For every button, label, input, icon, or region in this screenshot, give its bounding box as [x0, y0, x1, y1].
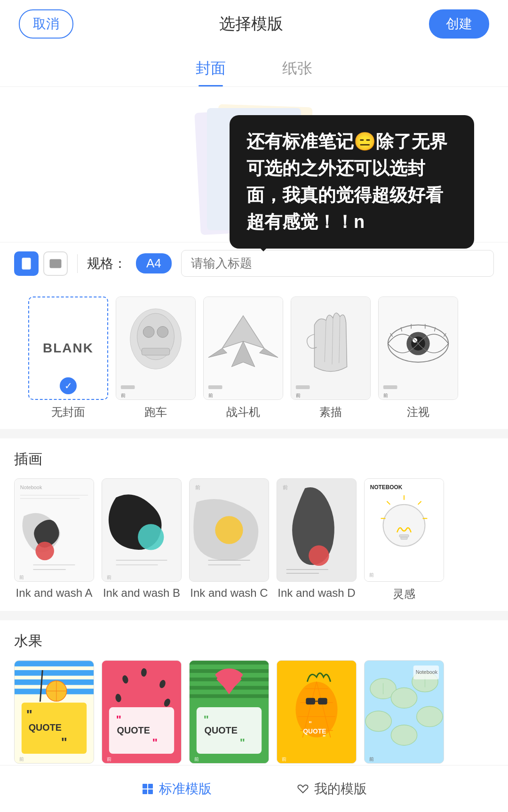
- cover-name-ink-b: Ink and wash B: [103, 586, 180, 600]
- svg-rect-108: [318, 698, 327, 704]
- tab-bar: 封面 纸张: [0, 48, 508, 87]
- svg-text:前: 前: [283, 484, 288, 490]
- cover-name-eye: 注视: [407, 405, 429, 420]
- svg-rect-0: [22, 258, 31, 269]
- cover-item-ink-b[interactable]: 前 Ink and wash B: [102, 478, 182, 601]
- svg-rect-127: [148, 789, 153, 794]
- watermelon1-illustration: " QUOTE " 前: [102, 661, 181, 763]
- ink-d-illustration: 前: [277, 479, 356, 581]
- view-toggle: [14, 251, 68, 276]
- ink-b-illustration: 前: [102, 479, 181, 581]
- cover-item-eye[interactable]: 前 注视: [378, 297, 458, 420]
- cover-thumb-juice: " QUOTE " 前: [14, 660, 94, 764]
- cover-name-fighter: 战斗机: [226, 405, 260, 420]
- cover-name-ink-c: Ink and wash C: [190, 586, 268, 600]
- cover-thumb-sketch: 前: [291, 297, 371, 400]
- default-covers-scroll: BLANK 无封面: [14, 292, 494, 429]
- cover-name-car: 跑车: [144, 405, 167, 420]
- juice-illustration: " QUOTE " 前: [15, 661, 94, 763]
- cover-thumb-car: 前: [116, 297, 196, 400]
- cover-item-car[interactable]: 前 跑车: [116, 297, 196, 420]
- tab-paper[interactable]: 纸张: [282, 53, 312, 86]
- bottom-nav: 标准模版 我的模版: [0, 765, 508, 812]
- ink-c-illustration: 前: [190, 479, 269, 581]
- svg-rect-124: [143, 784, 147, 789]
- fighter-illustration: 前: [204, 297, 283, 399]
- title-input[interactable]: [181, 250, 494, 277]
- cover-name-sketch: 素描: [319, 405, 342, 420]
- nav-label-my: 我的模版: [314, 780, 367, 798]
- cover-thumb-eye: 前: [378, 297, 458, 400]
- cover-preview: 还有标准笔记😑除了无界可选的之外还可以选封面，我真的觉得超级好看超有感觉！！n: [19, 101, 489, 233]
- svg-text:": ": [61, 735, 67, 750]
- cover-thumb-watermelon2: " QUOTE " 前: [189, 660, 269, 764]
- svg-text:": ": [204, 714, 209, 726]
- spec-badge[interactable]: A4: [136, 253, 172, 273]
- cover-item-sketch[interactable]: 前 素描: [291, 297, 371, 420]
- svg-text:前: 前: [107, 757, 111, 762]
- svg-text:": ": [309, 720, 312, 727]
- cover-thumb-watermelon1: " QUOTE " 前: [102, 660, 182, 764]
- svg-rect-93: [190, 694, 269, 698]
- cancel-button[interactable]: 取消: [19, 9, 73, 39]
- svg-rect-65: [15, 670, 94, 676]
- landscape-toggle[interactable]: [43, 251, 68, 276]
- lemon-illustration: Notebook 前: [365, 661, 444, 763]
- svg-text:前: 前: [369, 572, 374, 578]
- pineapple-illustration: " QUOTE " 前: [277, 661, 356, 763]
- grid-icon: [141, 782, 154, 796]
- svg-text:QUOTE: QUOTE: [205, 725, 238, 735]
- cover-thumb-ink-c: 前: [189, 478, 269, 582]
- cover-name-ink-d: Ink and wash D: [278, 586, 355, 600]
- svg-text:": ": [240, 737, 245, 749]
- svg-rect-126: [143, 789, 147, 794]
- cover-thumb-blank: BLANK: [28, 297, 108, 400]
- svg-text:前: 前: [19, 757, 24, 762]
- svg-text:Notebook: Notebook: [416, 669, 438, 675]
- heart-icon: [296, 782, 310, 796]
- svg-point-118: [365, 711, 391, 731]
- spec-label: 规格：: [87, 255, 127, 273]
- cover-item-ink-d[interactable]: 前 Ink and wash D: [277, 478, 357, 601]
- svg-rect-107: [306, 698, 315, 704]
- cover-item-fighter[interactable]: 前 战斗机: [203, 297, 283, 420]
- svg-rect-11: [208, 385, 222, 389]
- svg-text:": ": [26, 707, 32, 722]
- car-illustration: 前: [116, 297, 195, 399]
- svg-text:前: 前: [369, 757, 374, 762]
- eye-illustration: 前: [379, 297, 458, 399]
- category-title-illustration: 插画: [0, 438, 508, 474]
- category-illustration: 插画 Notebook: [0, 438, 508, 611]
- nav-item-my[interactable]: 我的模版: [296, 780, 367, 798]
- app-header: 取消 选择模版 创建: [0, 0, 508, 48]
- svg-text:前: 前: [296, 393, 301, 398]
- cover-item-ink-c[interactable]: 前 Ink and wash C: [189, 478, 269, 601]
- cover-thumb-ink-a: Notebook 前: [14, 478, 94, 582]
- illustration-covers-scroll: Notebook 前 Ink and wash A: [0, 474, 508, 611]
- svg-rect-56: [401, 537, 407, 539]
- cover-thumb-fighter: 前: [203, 297, 283, 400]
- tab-cover[interactable]: 封面: [196, 53, 226, 86]
- cover-thumb-pineapple: " QUOTE " 前: [277, 660, 357, 764]
- cover-item-lightbulb[interactable]: NOTEBOOK 前: [364, 478, 444, 601]
- check-icon: [60, 377, 77, 394]
- svg-text:QUOTE: QUOTE: [29, 722, 62, 733]
- cover-thumb-ink-d: 前: [277, 478, 357, 582]
- svg-rect-125: [148, 784, 153, 789]
- svg-text:QUOTE: QUOTE: [117, 725, 150, 735]
- svg-text:NOTEBOOK: NOTEBOOK: [370, 484, 403, 491]
- blank-label: BLANK: [43, 341, 94, 356]
- lightbulb-illustration: NOTEBOOK 前: [365, 479, 444, 581]
- landscape-icon: [49, 257, 62, 270]
- portrait-toggle[interactable]: [14, 251, 39, 276]
- svg-rect-1: [50, 259, 61, 268]
- create-button[interactable]: 创建: [429, 9, 489, 39]
- nav-item-standard[interactable]: 标准模版: [141, 780, 212, 798]
- cover-item-blank[interactable]: BLANK 无封面: [28, 297, 108, 420]
- cover-name-blank: 无封面: [51, 405, 85, 420]
- svg-text:前: 前: [107, 575, 111, 580]
- blank-cover-inner: BLANK: [43, 341, 94, 356]
- svg-text:前: 前: [208, 393, 213, 398]
- svg-rect-64: [15, 661, 94, 666]
- cover-item-ink-a[interactable]: Notebook 前 Ink and wash A: [14, 478, 94, 601]
